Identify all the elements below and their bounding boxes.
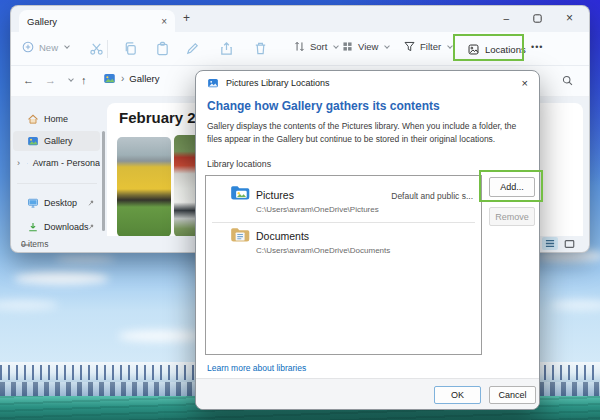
toolbar-divider: [107, 40, 108, 58]
cancel-button[interactable]: Cancel: [489, 386, 536, 404]
dialog-title-bar: Pictures Library Locations ×: [196, 71, 539, 95]
new-button-label: New: [39, 42, 58, 53]
up-button[interactable]: ↑: [81, 74, 87, 86]
sidebar-divider: [17, 183, 97, 184]
library-locations-label: Library locations: [207, 159, 271, 169]
location-name: Documents: [256, 230, 309, 242]
cloud: [14, 272, 109, 285]
cut-button[interactable]: [89, 41, 104, 56]
desktop: Gallery × + – × New: [0, 0, 600, 420]
sidebar-item-gallery[interactable]: Gallery: [13, 131, 100, 151]
learn-more-link[interactable]: Learn more about libraries: [207, 363, 306, 373]
back-button[interactable]: ←: [23, 74, 34, 86]
sidebar-item-label: Avram - Persona: [33, 158, 100, 168]
dialog-description: Gallery displays the contents of the Pic…: [207, 120, 529, 146]
details-view-icon: [545, 239, 555, 248]
search-icon: [561, 74, 574, 87]
cloud: [55, 255, 115, 263]
pictures-folder-icon: [230, 184, 250, 201]
pin-icon: [87, 199, 95, 207]
details-view-toggle[interactable]: [542, 237, 558, 250]
documents-folder-icon: [230, 226, 250, 243]
chevron-down-icon: [64, 43, 70, 49]
minimize-button[interactable]: –: [503, 13, 509, 24]
cloud: [0, 300, 58, 310]
pictures-library-locations-dialog: Pictures Library Locations × Change how …: [195, 70, 540, 410]
maximize-button[interactable]: [533, 14, 542, 23]
sidebar-item-label: Gallery: [44, 136, 73, 146]
forward-button[interactable]: →: [45, 74, 56, 86]
sidebar-scrollbar[interactable]: [102, 131, 105, 231]
trash-icon: [253, 41, 268, 56]
view-button[interactable]: View: [341, 40, 389, 53]
gallery-icon: [27, 135, 39, 147]
breadcrumb[interactable]: › Gallery: [103, 72, 159, 85]
onedrive-cloud-icon: [27, 157, 28, 170]
library-locations-list[interactable]: Pictures Default and public s... C:\User…: [205, 175, 482, 355]
tab-close-icon[interactable]: ×: [161, 16, 167, 27]
share-icon: [219, 41, 234, 56]
pin-icon: [87, 223, 95, 231]
list-divider: [212, 222, 475, 223]
breadcrumb-location: Gallery: [129, 73, 159, 84]
sidebar-item-downloads[interactable]: Downloads: [13, 217, 100, 237]
location-path: C:\Users\avram\OneDrive\Documents: [256, 246, 390, 255]
highlight-box-locations: [453, 34, 524, 61]
date-group-heading: February 20: [119, 109, 204, 126]
sidebar-item-label: Desktop: [44, 198, 77, 208]
history-chevron-icon[interactable]: [68, 76, 74, 82]
navigation-pane: Home Gallery › Avram - Persona Desktop: [11, 97, 103, 236]
desktop-icon: [27, 197, 39, 209]
paste-button[interactable]: [155, 41, 170, 56]
sidebar-item-desktop[interactable]: Desktop: [13, 193, 100, 213]
thumbnail-view-icon: [564, 239, 575, 249]
sort-icon: [293, 40, 306, 53]
cloud: [550, 300, 600, 310]
search-button[interactable]: [561, 74, 574, 87]
close-button[interactable]: ×: [566, 11, 573, 25]
filter-funnel-icon: [403, 40, 416, 53]
copy-button[interactable]: [123, 41, 138, 56]
remove-button: Remove: [489, 207, 535, 226]
sidebar-item-home[interactable]: Home: [13, 109, 100, 129]
downloads-icon: [27, 221, 39, 233]
sort-button-label: Sort: [310, 41, 327, 52]
expander-chevron-icon[interactable]: ›: [17, 158, 20, 168]
filter-button[interactable]: Filter: [403, 40, 452, 53]
home-icon: [27, 113, 39, 125]
tab-gallery[interactable]: Gallery ×: [19, 10, 175, 32]
new-plus-icon: [21, 40, 35, 54]
rename-button[interactable]: [185, 41, 200, 56]
new-button[interactable]: New: [21, 40, 69, 54]
dialog-heading: Change how Gallery gathers its contents: [207, 99, 440, 113]
gallery-icon: [103, 72, 116, 85]
photo-thumbnail[interactable]: [117, 137, 171, 236]
sidebar-item-onedrive[interactable]: › Avram - Persona: [13, 153, 100, 173]
sidebar-item-label: Downloads: [44, 222, 89, 232]
pictures-library-icon: [207, 77, 219, 89]
paste-icon: [155, 41, 170, 56]
ok-button[interactable]: OK: [434, 386, 481, 404]
dialog-title: Pictures Library Locations: [226, 78, 515, 88]
new-tab-button[interactable]: +: [183, 11, 190, 25]
filter-button-label: Filter: [420, 41, 441, 52]
dialog-close-button[interactable]: ×: [522, 77, 528, 89]
tab-title: Gallery: [27, 16, 161, 27]
share-button[interactable]: [219, 41, 234, 56]
location-path: C:\Users\avram\OneDrive\Pictures: [256, 205, 379, 214]
location-note: Default and public s...: [391, 191, 473, 201]
copy-icon: [123, 41, 138, 56]
delete-button[interactable]: [253, 41, 268, 56]
view-icon: [341, 40, 354, 53]
sort-button[interactable]: Sort: [293, 40, 338, 53]
dialog-footer: OK Cancel: [196, 378, 539, 409]
chevron-down-icon: [385, 43, 391, 49]
rename-icon: [185, 41, 200, 56]
cloud: [118, 330, 203, 342]
see-more-button[interactable]: •••: [531, 42, 543, 52]
highlight-box-add: [479, 170, 543, 202]
thumbnail-view-toggle[interactable]: [561, 237, 577, 250]
sidebar-item-label: Home: [44, 114, 68, 124]
chevron-down-icon: [334, 43, 340, 49]
items-count: 0 items: [21, 239, 48, 249]
